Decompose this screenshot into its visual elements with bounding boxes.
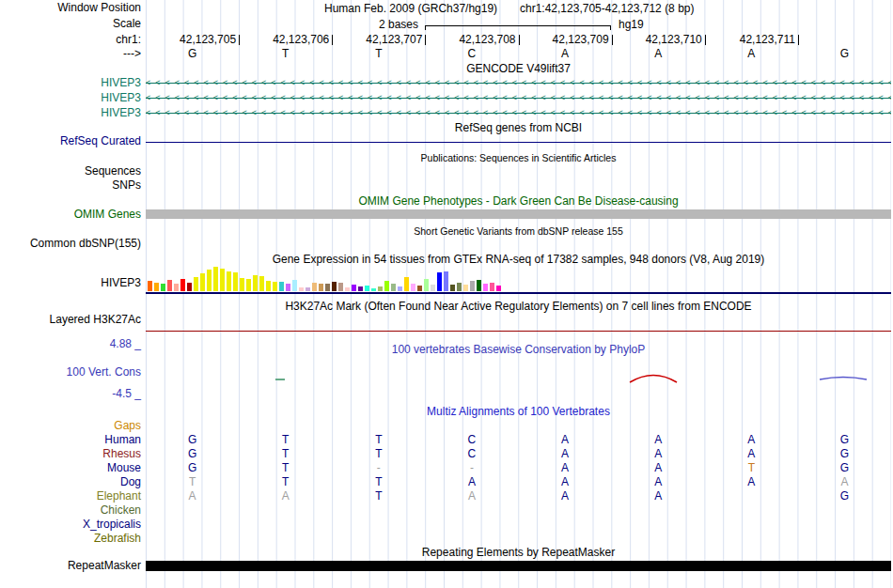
intron-line [146, 83, 891, 84]
alignment-base: T [189, 475, 196, 488]
dbsnp-label[interactable]: Common dbSNP(155) [0, 238, 141, 250]
genome-browser-image: Window Position Human Feb. 2009 (GRCh37/… [0, 0, 893, 588]
omim-track-title: OMIM Gene Phenotypes - Dark Green Can Be… [146, 195, 891, 208]
gtex-expression-bar [207, 270, 212, 291]
base-letter: C [468, 48, 477, 60]
species-label-dog[interactable]: Dog [0, 475, 141, 488]
gtex-expression-bar [391, 284, 396, 291]
gencode-gene-label[interactable]: HIVEP3 [0, 77, 141, 89]
gtex-expression-bar [398, 286, 402, 291]
phylop-mark-negative-blue [820, 378, 867, 380]
gtex-track-title: Gene Expression in 54 tissues from GTEx … [146, 254, 891, 266]
publications-track-title: Publications: Sequences in Scientific Ar… [146, 152, 891, 164]
gtex-expression-bar [345, 287, 350, 291]
species-label-human[interactable]: Human [0, 433, 141, 446]
refseq-curated-label[interactable]: RefSeq Curated [0, 135, 141, 147]
gtex-expression-bar [286, 284, 290, 291]
alignment-base: A [561, 461, 569, 474]
ruler-coordinate: 42,123,710 [636, 34, 702, 45]
species-label-chicken[interactable]: Chicken [0, 503, 141, 517]
alignment-base: A [654, 461, 662, 474]
phylop-label[interactable]: 100 Vert. Cons [0, 366, 141, 379]
repeatmasker-label[interactable]: RepeatMasker [0, 560, 141, 572]
base-letter: A [561, 48, 569, 60]
multiz-species-labels: GapsHumanRhesusMouseDogElephantChickenX_… [0, 419, 143, 550]
alignment-base: T [282, 461, 289, 474]
species-label-x_tropicalis[interactable]: X_tropicalis [0, 518, 141, 531]
ruler-coordinate: 42,123,711 [729, 34, 795, 45]
species-label-mouse[interactable]: Mouse [0, 461, 141, 474]
species-label-zebrafish[interactable]: Zebrafish [0, 532, 141, 545]
gencode-gene-label[interactable]: HIVEP3 [0, 92, 141, 104]
gencode-transcript-intron[interactable]: <<<<<<<<<<<<<<<<<<<<<<<<<<<<<<<<<<<<<<<<… [146, 77, 891, 89]
phylop-conservation-plot[interactable] [146, 343, 891, 399]
species-label-rhesus[interactable]: Rhesus [0, 447, 141, 460]
alignment-base: G [188, 447, 196, 460]
gtex-expression-bar [299, 287, 304, 291]
gtex-expression-bar [444, 271, 448, 291]
gtex-expression-bar [174, 284, 179, 291]
gtex-expression-barchart[interactable] [148, 267, 509, 291]
ruler-tick [519, 35, 520, 45]
gtex-expression-bar [463, 285, 468, 291]
alignment-base: A [189, 489, 196, 503]
coordinate-ruler: 42,123,70542,123,70642,123,70742,123,708… [146, 34, 891, 46]
alignment-base: T [375, 433, 382, 446]
gtex-expression-bar [233, 272, 238, 291]
gtex-expression-bar [259, 276, 264, 291]
refseq-gene-line[interactable] [146, 142, 891, 143]
alignment-base: T [375, 489, 382, 503]
ruler-coordinate: 42,123,709 [543, 34, 609, 45]
ruler-coordinate: 42,123,707 [356, 34, 422, 45]
publications-snps-label[interactable]: SNPs [0, 179, 141, 192]
species-label-gaps[interactable]: Gaps [0, 419, 141, 432]
ruler-tick [612, 35, 613, 45]
intron-line [146, 113, 891, 114]
alignment-base: A [654, 433, 662, 446]
omim-genes-label[interactable]: OMIM Genes [0, 209, 141, 221]
gtex-expression-bar [312, 283, 317, 291]
alignment-base: C [468, 447, 477, 460]
alignment-base: - [470, 461, 474, 474]
gencode-transcript-intron[interactable]: <<<<<<<<<<<<<<<<<<<<<<<<<<<<<<<<<<<<<<<<… [146, 107, 891, 119]
window-position-value: chr1:42,123,705-42,123,712 (8 bp) [520, 2, 694, 15]
gtex-expression-bar [246, 279, 251, 291]
gtex-expression-bar [378, 286, 383, 291]
gencode-gene-label[interactable]: HIVEP3 [0, 107, 141, 119]
alignment-base: G [840, 489, 849, 503]
scale-value: 2 bases [338, 18, 418, 31]
repeatmasker-element-bar[interactable] [146, 561, 891, 571]
publications-sequences-label[interactable]: Sequences [0, 165, 141, 178]
gtex-expression-bar [266, 281, 271, 291]
omim-gene-bar[interactable] [146, 209, 891, 219]
alignment-base: C [468, 433, 477, 446]
gtex-gene-label[interactable]: HIVEP3 [0, 277, 141, 289]
gtex-expression-bar [292, 280, 297, 291]
gtex-gene-model-line[interactable] [146, 292, 891, 294]
gencode-transcript-intron[interactable]: <<<<<<<<<<<<<<<<<<<<<<<<<<<<<<<<<<<<<<<<… [146, 92, 891, 104]
alignment-base: G [840, 447, 849, 460]
gtex-expression-bar [332, 282, 337, 291]
alignment-base: T [748, 461, 755, 474]
h3k27ac-baseline[interactable] [146, 331, 891, 332]
species-label-elephant[interactable]: Elephant [0, 489, 141, 503]
gtex-expression-bar [227, 271, 231, 291]
multiz-track-title: Multiz Alignments of 100 Vertebrates [146, 406, 891, 418]
alignment-base: A [468, 475, 476, 488]
gtex-expression-bar [180, 279, 185, 291]
scale-bar [425, 25, 611, 30]
scale-genome: hg19 [619, 18, 644, 31]
alignment-base: A [654, 447, 662, 460]
gtex-expression-bar [279, 282, 284, 291]
phylop-mark-small [275, 379, 285, 380]
alignment-base: A [747, 433, 755, 446]
gencode-track-title: GENCODE V49lift37 [146, 63, 891, 75]
h3k27ac-label[interactable]: Layered H3K27Ac [0, 314, 141, 326]
gtex-expression-bar [404, 277, 409, 291]
scale-label: Scale [0, 18, 141, 30]
multiz-alignment-grid[interactable]: GTTCAAAGGTTCAAAGGT--AATGTTTAAAAAAATAAAG [146, 419, 891, 550]
alignment-base: T [282, 433, 289, 446]
gtex-expression-bar [358, 286, 363, 291]
alignment-base: A [654, 489, 662, 503]
ruler-tick [705, 35, 706, 45]
